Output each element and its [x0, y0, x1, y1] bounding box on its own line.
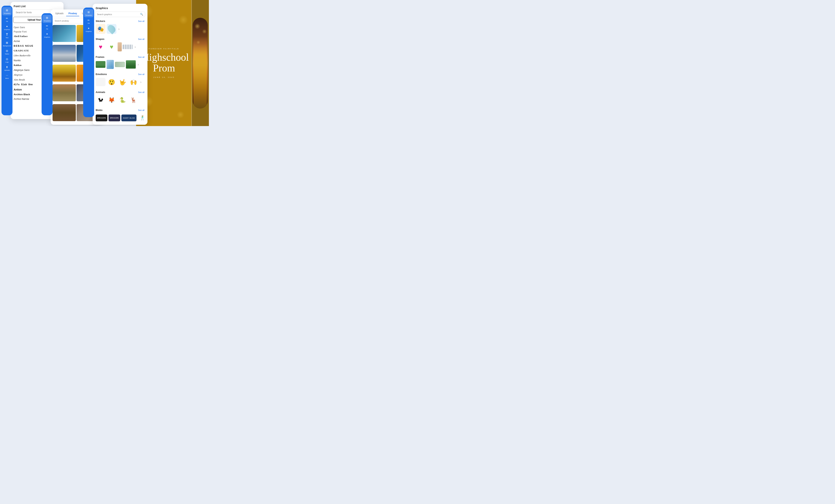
sidebar-mid-graphics[interactable]: ✦ Graphics	[42, 31, 53, 39]
blob-figure[interactable]: 🕺	[138, 113, 146, 123]
right-fill-label: Fill	[88, 22, 89, 24]
emotions-header: Emotions See all	[94, 72, 146, 76]
fox-icon: 🦊	[108, 97, 115, 103]
right-fill-icon: ✏	[87, 18, 90, 22]
sidebar-mid-templates[interactable]: ⊞ Templates	[42, 15, 52, 23]
right-graphics2-label: Graphics	[86, 30, 92, 32]
tab-uploads[interactable]: Uploads	[53, 11, 66, 16]
animals-section: Animals See all 🐿 🦊 🐍 🦌	[94, 90, 146, 106]
mid-fill-icon: ✏	[45, 24, 49, 28]
sidebar-item-templates[interactable]: ⊞ Templates	[2, 7, 12, 15]
graphics-search-icon[interactable]: 🔍	[140, 13, 143, 16]
shape-rect[interactable]	[118, 42, 122, 51]
bokeh-4	[177, 111, 184, 119]
uploads-icon: ⬆	[5, 65, 9, 69]
shape-dots[interactable]	[123, 45, 133, 49]
sidebar-item-text[interactable]: T Text	[1, 31, 13, 40]
emotions-see-all[interactable]: See all	[138, 73, 144, 76]
mid-templates-icon: ⊞	[45, 16, 49, 20]
frame-scene[interactable]	[126, 60, 136, 69]
blobs-see-all[interactable]: See all	[138, 109, 144, 111]
emotion-party[interactable]: 🤟	[118, 77, 127, 87]
mid-templates-label: Templates	[44, 20, 50, 22]
animal-squirrel[interactable]: 🐿	[96, 95, 105, 105]
animal-deer[interactable]: 🦌	[128, 95, 138, 105]
emotion-surprised[interactable]: 😲	[107, 77, 117, 87]
sidebar-item-graphics[interactable]: ✦ Graphics	[1, 23, 13, 31]
sidebar-right-graphics2[interactable]: ✦ Graphics	[83, 25, 94, 34]
templates-icon: ⊞	[5, 8, 9, 12]
graphics-icon: ✦	[5, 25, 9, 28]
frame-wide[interactable]	[115, 62, 125, 67]
emotion-blank[interactable]	[96, 78, 105, 86]
promo-photo-inner	[192, 18, 208, 108]
emotions-section: Emotions See all 😲 🤟 🙌 ›	[94, 72, 146, 88]
sidebar-label-logo: Logo	[5, 61, 9, 63]
font-panel-title: Font List	[11, 2, 63, 9]
logo-icon: ◎	[5, 57, 9, 61]
blob-dragon-2[interactable]: DRAGON	[108, 114, 120, 121]
sidebar-label-graphics: Graphics	[4, 29, 10, 30]
sidebar-label-more: More	[5, 78, 9, 79]
fill-icon: ✏	[5, 17, 9, 20]
sidebar-mid-fill[interactable]: ✏ Fill	[42, 23, 53, 31]
sticker-teardrop[interactable]	[107, 24, 117, 34]
emotions-title: Emotions	[96, 73, 107, 76]
stickers-see-all[interactable]: See all	[138, 20, 144, 22]
shapes-header: Shapes See all	[94, 37, 146, 41]
photo-item-5[interactable]	[53, 65, 76, 82]
shapes-see-all[interactable]: See all	[138, 38, 144, 40]
deer-icon: 🦌	[130, 97, 137, 103]
tab-pixabay[interactable]: Pixabay	[66, 11, 79, 16]
graphics-panel-title: Graphics	[93, 4, 147, 12]
shape-heart-pink[interactable]: ♥	[96, 42, 105, 52]
frame-landscape[interactable]	[96, 61, 105, 68]
stickers-header: Stickers See all	[94, 19, 146, 23]
mid-graphics-label: Graphics	[44, 36, 50, 38]
teardrop-shape	[106, 23, 117, 35]
sidebar-mid: ⊞ Templates ✏ Fill ✦ Graphics	[42, 13, 53, 115]
animals-see-all[interactable]: See all	[138, 91, 144, 93]
stickers-section: Stickers See all 🎭 ›	[94, 19, 146, 35]
shapes-title: Shapes	[96, 38, 104, 40]
sidebar-item-background[interactable]: ⊠ Background	[1, 40, 13, 48]
shapes-row: ♥ ♥ ›	[94, 41, 146, 52]
hands-icon: 🙌	[130, 79, 137, 85]
blob-insert-inline[interactable]: INSERT INLINE	[121, 114, 137, 121]
photo-item-9[interactable]	[53, 104, 76, 121]
graphics-content: Stickers See all 🎭 › Shapes See	[93, 19, 147, 125]
photo-item-7[interactable]	[53, 84, 76, 101]
emotion-hands[interactable]: 🙌	[128, 77, 138, 87]
sidebar-item-fill[interactable]: ✏ Fill	[1, 15, 13, 23]
animal-snake[interactable]: 🐍	[118, 95, 127, 105]
font-current-name: Open Sans	[14, 26, 25, 29]
graphics-search-input[interactable]	[97, 13, 139, 16]
sticker-mickey[interactable]: 🎭	[96, 24, 105, 34]
sidebar-item-tables[interactable]: ⊟ Tables	[1, 48, 13, 56]
shape-heart-green[interactable]: ♥	[107, 42, 117, 52]
promo-photo-col	[191, 0, 209, 126]
mid-fill-label: Fill	[46, 28, 48, 30]
sidebar-label-templates: Templates	[4, 13, 11, 14]
tables-icon: ⊟	[5, 49, 9, 53]
sidebar-left: ⊞ Templates ✏ Fill ✦ Graphics T Text ⊠ B…	[1, 6, 13, 115]
sidebar-right-fill[interactable]: ✏ Fill	[83, 17, 94, 25]
sidebar-item-logo[interactable]: ◎ Logo	[1, 56, 13, 64]
blob-figure-icon: 🕺	[140, 115, 145, 120]
sidebar-item-uploads[interactable]: ⬆ Uploads	[1, 64, 13, 72]
blobs-header: Blobs See all	[94, 108, 146, 112]
bokeh-photo-1	[195, 23, 200, 29]
sidebar-item-more[interactable]: ··· More	[1, 72, 13, 80]
frames-see-all[interactable]: See all	[138, 56, 144, 58]
sidebar-right-templates[interactable]: ⊞ Templates	[84, 9, 94, 17]
stickers-title: Stickers	[96, 20, 105, 22]
photo-item-1[interactable]	[53, 25, 76, 42]
stickers-row: 🎭 ›	[94, 23, 146, 35]
photo-item-3[interactable]	[53, 45, 76, 62]
frame-portrait[interactable]	[107, 60, 114, 69]
sidebar-right: ⊞ Templates ✏ Fill ✦ Graphics	[83, 7, 94, 117]
right-templates-icon: ⊞	[87, 10, 90, 14]
animal-fox[interactable]: 🦊	[107, 95, 117, 105]
blob-dragon-1[interactable]: DRAGON	[96, 114, 107, 121]
frames-title: Frames	[96, 56, 104, 58]
